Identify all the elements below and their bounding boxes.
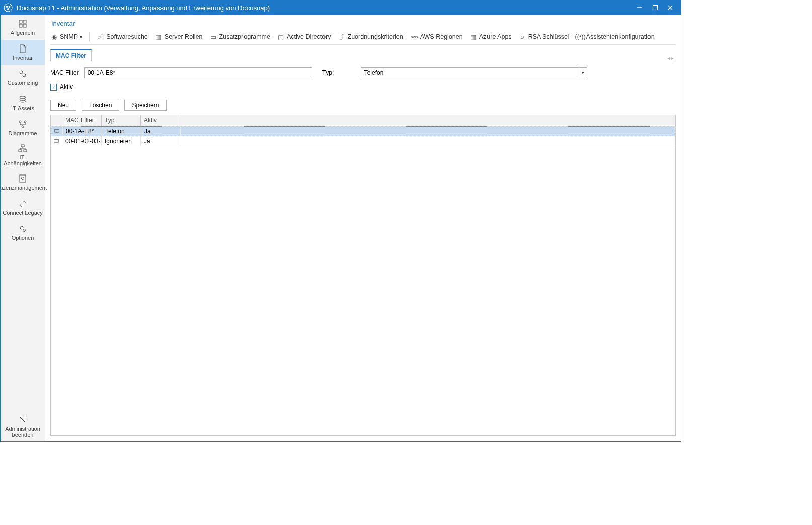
svg-point-14 — [20, 96, 26, 98]
toolbar-zusatzprogramme[interactable]: ▭ Zusatzprogramme — [210, 33, 270, 41]
svg-point-16 — [20, 100, 26, 102]
wizard-icon: ((•)) — [577, 33, 584, 41]
toolbar-label: Active Directory — [287, 33, 331, 40]
gears-icon — [18, 69, 28, 79]
svg-rect-9 — [23, 20, 26, 23]
sidebar-item-allgemein[interactable]: Allgemein — [1, 15, 45, 40]
grid-row[interactable]: 00-01-02-03-... Ignorieren Ja — [51, 136, 675, 146]
snmp-icon: ◉ — [50, 33, 58, 41]
toolbar-snmp[interactable]: ◉ SNMP ▾ — [50, 33, 82, 41]
chevron-down-icon: ▾ — [579, 68, 587, 78]
grid-cell-rest — [181, 127, 675, 136]
stack-icon — [18, 94, 28, 104]
toolbar-zuordnungskriterien[interactable]: ⇵ Zuordnungskriterien — [338, 33, 403, 41]
grid-header-mac[interactable]: MAC Filter — [62, 115, 102, 126]
sidebar-item-exit[interactable]: Administration beenden — [1, 412, 45, 441]
sidebar-item-label: Connect Legacy — [3, 210, 43, 216]
sidebar-item-customizing[interactable]: Customizing — [1, 65, 45, 90]
briefcase-icon: ▭ — [210, 33, 217, 41]
toolbar-label: AWS Regionen — [420, 33, 463, 40]
monitor-icon — [51, 127, 63, 136]
sidebar-item-inventar[interactable]: Inventar — [1, 40, 45, 65]
license-icon — [18, 173, 28, 184]
svg-point-18 — [24, 121, 26, 123]
sidebar-item-it-assets[interactable]: IT-Assets — [1, 90, 45, 115]
grid-header-typ[interactable]: Typ — [102, 115, 141, 126]
svg-point-19 — [22, 126, 24, 128]
key-icon: ⌕ — [519, 33, 526, 41]
loeschen-button[interactable]: Löschen — [82, 100, 119, 111]
svg-rect-11 — [23, 24, 26, 27]
grid: MAC Filter Typ Aktiv 00-1A-E8* Telefon J… — [50, 115, 676, 436]
mac-filter-input[interactable] — [84, 67, 312, 78]
svg-point-12 — [20, 71, 23, 74]
sidebar: Allgemein Inventar Customizing IT-Assets… — [1, 15, 45, 441]
tab-nav[interactable]: ◂ ▸ — [667, 55, 676, 61]
toolbar-label: Azure Apps — [479, 33, 512, 40]
maximize-button[interactable] — [647, 1, 663, 15]
toolbar-label: Zusatzprogramme — [219, 33, 270, 40]
svg-point-1 — [6, 6, 8, 8]
toolbar-softwaresuche[interactable]: ☍ Softwaresuche — [97, 33, 148, 41]
sidebar-item-it-abhaengigkeiten[interactable]: IT-Abhängigkeiten — [1, 140, 45, 169]
sidebar-item-connect-legacy[interactable]: Connect Legacy — [1, 195, 45, 220]
breadcrumb: Inventar — [50, 18, 676, 31]
svg-point-24 — [22, 177, 24, 180]
svg-point-13 — [23, 74, 26, 77]
assign-icon: ⇵ — [338, 33, 346, 41]
svg-point-3 — [7, 8, 9, 10]
close-button[interactable] — [663, 1, 678, 15]
typ-select-value: Telefon — [361, 69, 579, 76]
svg-rect-29 — [55, 129, 59, 132]
grid-header: MAC Filter Typ Aktiv — [51, 115, 675, 126]
sidebar-item-optionen[interactable]: Optionen — [1, 220, 45, 245]
grid-header-aktiv[interactable]: Aktiv — [141, 115, 180, 126]
sidebar-item-label: Inventar — [13, 55, 33, 61]
svg-rect-10 — [19, 24, 22, 27]
titlebar: Docusnap 11 - Administration (Verwaltung… — [1, 1, 681, 15]
doc-icon — [18, 44, 28, 54]
grid-cell-typ: Telefon — [102, 127, 141, 136]
svg-point-26 — [23, 229, 26, 232]
toolbar-active-directory[interactable]: ▢ Active Directory — [277, 33, 331, 41]
typ-label: Typ: — [322, 69, 338, 76]
toolbar-assistentenkonfiguration[interactable]: ((•)) Assistentenkonfiguration — [577, 33, 655, 41]
sidebar-item-label: IT-Assets — [11, 105, 34, 111]
toolbar-azure-apps[interactable]: ▦ Azure Apps — [470, 33, 512, 41]
toolbar-label: SNMP — [60, 33, 78, 40]
close-icon — [18, 415, 28, 425]
sidebar-item-label: Allgemein — [11, 30, 35, 36]
grid-cell-typ: Ignorieren — [102, 136, 141, 146]
svg-point-0 — [4, 4, 12, 12]
svg-point-2 — [9, 6, 11, 8]
sidebar-item-lizenzmanagement[interactable]: Lizenzmanagement — [1, 169, 45, 195]
neu-button[interactable]: Neu — [50, 100, 76, 111]
grid-cell-mac: 00-1A-E8* — [63, 127, 102, 136]
depend-icon — [18, 143, 28, 153]
sidebar-item-label: Customizing — [8, 80, 38, 86]
grid-header-icon[interactable] — [51, 115, 62, 126]
aktiv-checkbox[interactable]: ✓ — [50, 84, 57, 91]
minimize-button[interactable] — [632, 1, 647, 15]
toolbar-separator — [89, 32, 90, 41]
ad-icon: ▢ — [277, 33, 285, 41]
server-icon: ▥ — [155, 33, 163, 41]
sidebar-item-diagramme[interactable]: Diagramme — [1, 115, 45, 140]
typ-select[interactable]: Telefon ▾ — [361, 67, 587, 78]
toolbar-rsa-schluessel[interactable]: ⌕ RSA Schlüssel — [519, 33, 570, 41]
toolbar-server-rollen[interactable]: ▥ Server Rollen — [155, 33, 203, 41]
svg-rect-23 — [20, 175, 26, 182]
svg-point-15 — [20, 98, 26, 100]
toolbar-label: Assistentenkonfiguration — [586, 33, 655, 40]
sidebar-item-label: Lizenzmanagement — [0, 185, 47, 191]
tabstrip: MAC Filter ◂ ▸ — [50, 49, 676, 61]
grid-cell-aktiv: Ja — [141, 127, 181, 136]
toolbar-aws-regionen[interactable]: aws AWS Regionen — [411, 33, 463, 41]
svg-rect-20 — [21, 145, 24, 147]
tab-mac-filter[interactable]: MAC Filter — [50, 49, 92, 61]
toolbar-label: Zuordnungskriterien — [348, 33, 403, 40]
speichern-button[interactable]: Speichern — [124, 100, 167, 111]
sidebar-item-label: Administration beenden — [5, 426, 40, 438]
toolbar-label: Softwaresuche — [106, 33, 148, 40]
grid-row[interactable]: 00-1A-E8* Telefon Ja — [51, 126, 675, 136]
